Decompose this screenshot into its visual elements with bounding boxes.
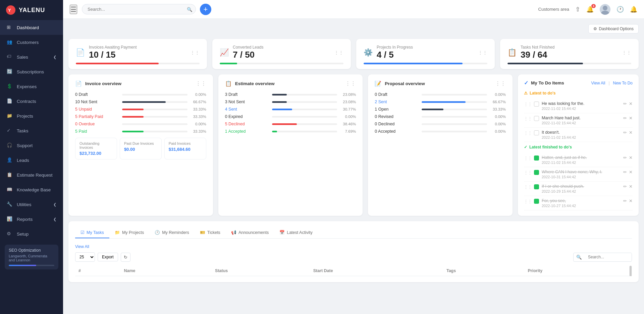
svg-text:Y: Y: [8, 8, 11, 13]
todo-checkbox[interactable]: [534, 116, 539, 121]
tag-icon: 🏷: [7, 54, 13, 60]
tab-icon: 🕐: [155, 230, 160, 235]
ov-pct: 0.00%: [340, 115, 356, 119]
sidebar-item-sales[interactable]: 🏷 Sales ❮: [0, 50, 63, 64]
sidebar-item-expenses[interactable]: 💲 Expenses: [0, 79, 63, 94]
sidebar-item-setup[interactable]: ⚙ Setup: [0, 227, 63, 241]
ov-pct: 0.00%: [490, 115, 506, 119]
todo-drag-handle[interactable]: ⋮⋮: [524, 199, 532, 204]
dollar-icon: 💲: [7, 83, 13, 89]
todo-checkbox[interactable]: [534, 199, 539, 204]
ov-pct: 7.69%: [340, 129, 356, 133]
view-all-todo-link[interactable]: View All: [591, 81, 605, 85]
scroll-thumb[interactable]: [630, 266, 632, 276]
tab-my-reminders[interactable]: 🕐My Reminders: [149, 227, 195, 238]
ov-pct: 0.00%: [490, 129, 506, 133]
todo-delete-button[interactable]: ✕: [629, 198, 633, 203]
tasks-view-all-link[interactable]: View All: [75, 244, 89, 249]
per-page-select[interactable]: 25 50 100: [75, 252, 95, 262]
tab-latest-activity[interactable]: 📅Latest Activity: [274, 227, 318, 238]
sidebar-item-dashboard[interactable]: ⊞ Dashboard: [0, 20, 63, 35]
sidebar-item-leads[interactable]: 👤 Leads: [0, 153, 63, 168]
logo-area[interactable]: Y YALENU: [0, 0, 63, 20]
todo-drag-handle[interactable]: ⋮⋮: [524, 102, 532, 107]
headphone-icon: 🎧: [7, 142, 13, 148]
todo-edit-button[interactable]: ✏: [623, 155, 627, 160]
dashboard-options-button[interactable]: ⚙ Dashboard Options: [588, 24, 639, 34]
sidebar-item-label: Contracts: [17, 99, 56, 104]
history-icon[interactable]: 🕐: [616, 6, 624, 13]
drag-handle-icon[interactable]: ⋮⋮: [190, 50, 200, 55]
sidebar-item-reports[interactable]: 📊 Reports ❮: [0, 212, 63, 227]
todo-delete-button[interactable]: ✕: [629, 184, 633, 189]
todo-edit-button[interactable]: ✏: [623, 170, 627, 175]
sidebar-item-subscriptions[interactable]: 🔄 Subscriptions: [0, 64, 63, 79]
ov-bar-track: [122, 101, 187, 103]
drag-handle[interactable]: ⋮⋮: [345, 80, 356, 87]
tab-my-projects[interactable]: 📁My Projects: [109, 227, 149, 238]
sidebar-item-support[interactable]: 🎧 Support: [0, 138, 63, 153]
todo-checkbox[interactable]: [534, 184, 539, 189]
todo-text: He was looking for the.: [542, 101, 623, 106]
sidebar-item-customers[interactable]: 👥 Customers: [0, 35, 63, 50]
todo-delete-button[interactable]: ✕: [629, 101, 633, 106]
sidebar-item-projects[interactable]: 📁 Projects: [0, 109, 63, 123]
todo-edit-button[interactable]: ✏: [623, 101, 627, 106]
estimate-icon: 📋: [225, 80, 232, 87]
ov-bar: [272, 123, 297, 125]
todo-edit-button[interactable]: ✏: [623, 198, 627, 203]
drag-handle[interactable]: ⋮⋮: [495, 80, 506, 87]
search-input[interactable]: [82, 4, 196, 14]
todo-delete-button[interactable]: ✕: [629, 130, 633, 135]
tasks-search-input[interactable]: [585, 253, 632, 261]
search-submit-button[interactable]: 🔍: [187, 7, 193, 12]
todo-drag-handle[interactable]: ⋮⋮: [524, 170, 532, 175]
todo-delete-button[interactable]: ✕: [629, 170, 633, 175]
user-avatar[interactable]: [600, 4, 610, 15]
export-button[interactable]: Export: [98, 253, 118, 261]
todo-checkbox[interactable]: [534, 170, 539, 175]
todo-checkbox[interactable]: [534, 130, 539, 135]
overviews-todo-row: 📄 Invoice overview ⋮⋮ 0 Draft 0.00% 10 N…: [68, 74, 639, 216]
drag-handle-icon[interactable]: ⋮⋮: [622, 50, 631, 55]
todo-drag-handle[interactable]: ⋮⋮: [524, 131, 532, 135]
sidebar-item-tasks[interactable]: ✓ Tasks: [0, 123, 63, 138]
tasks-search-icon[interactable]: 🔍: [574, 253, 585, 261]
todo-delete-button[interactable]: ✕: [629, 116, 633, 121]
tab-announcements[interactable]: 📢Announcements: [226, 227, 274, 238]
invoice-overview-header: 📄 Invoice overview ⋮⋮: [75, 80, 206, 87]
tab-tickets[interactable]: 🎫Tickets: [195, 227, 226, 238]
quick-add-button[interactable]: +: [200, 4, 211, 15]
notification-badge: 3: [591, 4, 596, 8]
todo-actions: ✏ ✕: [623, 116, 633, 121]
sidebar-item-contracts[interactable]: 📄 Contracts: [0, 94, 63, 109]
alert-icon[interactable]: 🔔: [630, 6, 637, 13]
todo-item: ⋮⋮ He was looking for the. 2022-11-02 15…: [524, 99, 633, 113]
sidebar-item-utilities[interactable]: 🔧 Utilities ❮: [0, 197, 63, 212]
todo-edit-button[interactable]: ✏: [623, 184, 627, 189]
notifications-icon[interactable]: 🔔 3: [586, 6, 594, 13]
sidebar-item-estimate-request[interactable]: 📋 Estimate Request: [0, 168, 63, 182]
drag-handle-icon[interactable]: ⋮⋮: [334, 50, 343, 55]
todo-drag-handle[interactable]: ⋮⋮: [524, 116, 532, 121]
drag-handle-icon[interactable]: ⋮⋮: [478, 50, 487, 55]
todo-drag-handle[interactable]: ⋮⋮: [524, 156, 532, 161]
todo-drag-handle[interactable]: ⋮⋮: [524, 185, 532, 189]
todo-edit-button[interactable]: ✏: [623, 116, 627, 121]
todo-checkbox[interactable]: [534, 155, 539, 161]
refresh-icon: 🔄: [7, 69, 13, 75]
new-todo-link[interactable]: New To Do: [613, 81, 633, 85]
todo-delete-button[interactable]: ✕: [629, 155, 633, 160]
overview-row: 0 Declined 0.00%: [375, 122, 506, 126]
todo-edit-button[interactable]: ✏: [623, 130, 627, 135]
overview-row: 5 Declined 38.46%: [225, 122, 356, 126]
todo-checkbox[interactable]: [534, 102, 539, 107]
drag-handle[interactable]: ⋮⋮: [196, 80, 206, 87]
share-icon[interactable]: ⇧: [575, 6, 580, 13]
ov-bar-track: [272, 94, 337, 96]
menu-toggle-button[interactable]: ☰: [70, 5, 77, 14]
sidebar-item-knowledge-base[interactable]: 📖 Knowledge Base: [0, 182, 63, 197]
tab-my-tasks[interactable]: ☑My Tasks: [75, 227, 109, 238]
stat-value: 39 / 64: [521, 50, 618, 60]
refresh-button[interactable]: ↻: [121, 253, 130, 262]
